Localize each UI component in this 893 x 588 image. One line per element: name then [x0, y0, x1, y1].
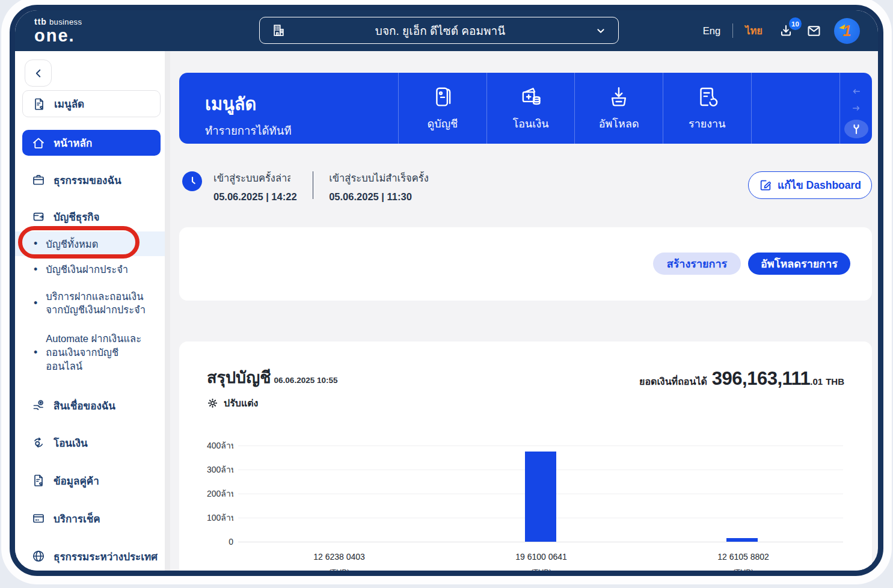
x-axis-category: 12 6105 8802(THB): [642, 552, 844, 571]
y-axis-tick: 0: [207, 537, 233, 547]
summary-timestamp: 06.06.2025 10:55: [274, 376, 338, 385]
wallet-icon: [31, 209, 46, 224]
login-info-divider: [313, 171, 314, 199]
banner-next-icon[interactable]: [851, 103, 862, 114]
edit-dashboard-button[interactable]: แก้ไข Dashboard: [748, 171, 872, 199]
sidebar-item-deposit-withdraw-service[interactable]: บริการฝากและถอนเงินจากบัญชีเงินฝากประจำ: [21, 290, 161, 316]
topbar: ttb business one. บจก. ยูเอ็ก ดีไซต์ คอม…: [15, 10, 878, 51]
gridline-zero: [238, 542, 843, 542]
x-axis-category: 12 6238 0403(THB): [238, 552, 440, 571]
avatar[interactable]: 1: [834, 18, 860, 44]
sidebar-item-home[interactable]: หน้าหลัก: [22, 130, 161, 156]
withdrawable-label: ยอดเงินที่ถอนได้: [639, 374, 707, 389]
brand-logo: ttb business one.: [34, 17, 82, 44]
transaction-actions-card: สร้างรายการ อัพโหลดรายการ: [179, 227, 872, 301]
last-login-label: เข้าสู่ระบบครั้งล่าสุดเมื่อ:: [213, 171, 290, 186]
brand-suffix: business: [49, 17, 82, 26]
sidebar-item-my-transactions[interactable]: ธุรกรรมของฉัน: [21, 171, 161, 189]
home-icon: [31, 136, 46, 150]
gear-icon: [207, 397, 218, 409]
upload-basket-icon: [606, 84, 631, 109]
last-failed-login-info: เข้าสู่ระบบไม่สำเร็จครั้งล่าสุดเมื่อ: 05…: [329, 171, 429, 204]
sidebar-item-label: หน้าหลัก: [54, 135, 92, 151]
banner-action-reports[interactable]: รายงาน: [663, 73, 751, 144]
summary-title-block: สรุปบัญชี 06.06.2025 10:55 ปรับแต่ง: [207, 364, 337, 411]
brand-prefix: ttb: [34, 17, 47, 26]
banner-action-view-accounts[interactable]: ดูบัญชี: [398, 73, 486, 144]
clock-icon: [182, 171, 202, 191]
download-center-icon[interactable]: 10: [778, 23, 794, 38]
login-info-row: เข้าสู่ระบบครั้งล่าสุดเมื่อ: 05.06.2025 …: [179, 171, 872, 204]
edit-dashboard-label: แก้ไข Dashboard: [778, 177, 861, 194]
wrench-icon[interactable]: [844, 120, 868, 138]
sidebar-item-my-loans[interactable]: สินเชื่อของฉัน: [21, 396, 161, 414]
banner-action-upload[interactable]: อัพโหลด: [574, 73, 663, 144]
sidebar-item-label: เมนูลัด: [54, 96, 84, 112]
banner-action-label: ดูบัญชี: [428, 115, 458, 132]
edit-icon: [759, 179, 772, 192]
last-login-info: เข้าสู่ระบบครั้งล่าสุดเมื่อ: 05.06.2025 …: [213, 171, 297, 204]
customize-control[interactable]: ปรับแต่ง: [207, 396, 337, 411]
account-summary-card: สรุปบัญชี 06.06.2025 10:55 ปรับแต่ง ยอดเ…: [179, 341, 872, 571]
customize-label: ปรับแต่ง: [224, 396, 258, 411]
download-badge: 10: [789, 17, 802, 30]
briefcase-icon: [31, 173, 46, 187]
chart-plot-area: 400ล้าน 300ล้าน 200ล้าน 100ล้าน 0: [238, 446, 843, 542]
sidebar-item-label: สินเชื่อของฉัน: [54, 397, 115, 414]
sidebar-item-label: ข้อมูลคู่ค้า: [54, 473, 99, 489]
y-axis-tick: 100ล้าน: [207, 511, 233, 524]
shortcut-menu-icon: [32, 97, 46, 111]
sidebar-item-shortcut-menu[interactable]: เมนูลัด: [22, 90, 161, 117]
summary-header: สรุปบัญชี 06.06.2025 10:55 ปรับแต่ง ยอดเ…: [207, 364, 844, 411]
transfer-icon: [31, 435, 46, 450]
sidebar-item-label: ธุรกรรมของฉัน: [54, 172, 121, 188]
language-divider: [732, 23, 733, 38]
sidebar-item-international[interactable]: ธุรกรรมระหว่างประเทศ: [21, 547, 161, 565]
sidebar-item-partner-info[interactable]: ข้อมูลคู่ค้า: [21, 471, 161, 489]
banner-subtitle: ทำรายการได้ทันที: [205, 122, 299, 139]
sidebar-item-label: บริการเช็ค: [54, 510, 100, 527]
sidebar-item-automate-deposit[interactable]: Automate ฝากเงินและถอนเงินจากบัญชีออนไลน…: [21, 332, 161, 373]
shortcut-menu-banner: เมนูลัด ทำรายการได้ทันที ดูบัญชี โอนเงิน: [179, 73, 872, 144]
chart-bar[interactable]: [525, 452, 556, 542]
sidebar-item-all-accounts[interactable]: บัญชีทั้งหมด: [15, 231, 170, 256]
sidebar-item-cheque-service[interactable]: บริการเช็ค: [21, 509, 161, 527]
upload-transaction-button[interactable]: อัพโหลดรายการ: [748, 253, 850, 275]
mail-icon[interactable]: [806, 23, 822, 39]
chart-bar[interactable]: [726, 538, 758, 542]
sidebar-item-fixed-deposit[interactable]: บัญชีเงินฝากประจำ: [21, 260, 161, 278]
avatar-number: 1: [843, 22, 852, 40]
company-name: บจก. ยูเอ็ก ดีไซต์ คอมพานี: [287, 22, 594, 40]
language-english[interactable]: Eng: [703, 25, 720, 37]
language-thai[interactable]: ไทย: [745, 23, 763, 38]
x-axis-labels: 12 6238 0403(THB) 19 6100 0641(THB) 12 6…: [238, 552, 844, 571]
withdrawable-balance: ยอดเงินที่ถอนได้ 396,163,111 .01 THB: [639, 368, 844, 390]
sidebar-item-business-accounts[interactable]: บัญชีธุรกิจ: [21, 207, 161, 225]
create-transaction-button[interactable]: สร้างรายการ: [653, 253, 741, 275]
account-balance-chart: 400ล้าน 300ล้าน 200ล้าน 100ล้าน 0 12 623…: [238, 446, 844, 571]
passbook-icon: [430, 84, 455, 109]
banner-heading: เมนูลัด ทำรายการได้ทันที: [179, 73, 398, 144]
summary-title: สรุปบัญชี: [207, 364, 271, 390]
withdrawable-fraction: .01: [810, 376, 823, 387]
company-selector[interactable]: บจก. ยูเอ็ก ดีไซต์ คอมพานี: [259, 17, 619, 44]
sidebar-collapse-button[interactable]: [25, 60, 52, 87]
banner-action-transfer[interactable]: โอนเงิน: [486, 73, 575, 144]
last-login-value: 05.06.2025 | 14:22: [213, 190, 297, 204]
sidebar-item-label: บัญชีธุรกิจ: [54, 209, 100, 225]
banner-action-label: รายงาน: [689, 115, 726, 132]
y-axis-tick: 200ล้าน: [207, 487, 233, 500]
x-axis-category: 19 6100 0641(THB): [440, 552, 642, 571]
sidebar-item-label: บัญชีเงินฝากประจำ: [46, 262, 128, 277]
sidebar-item-label: โอนเงิน: [54, 435, 88, 451]
globe-icon: [31, 549, 46, 563]
banner-prev-icon[interactable]: [851, 86, 862, 97]
y-axis-tick: 300ล้าน: [207, 463, 233, 476]
document-heart-icon: [31, 473, 46, 488]
app-window: ttb business one. บจก. ยูเอ็ก ดีไซต์ คอม…: [10, 5, 883, 576]
last-failed-login-label: เข้าสู่ระบบไม่สำเร็จครั้งล่าสุดเมื่อ:: [329, 171, 429, 186]
building-icon: [271, 22, 287, 38]
banner-action-label: อัพโหลด: [599, 115, 639, 132]
sidebar-item-transfer[interactable]: โอนเงิน: [21, 433, 161, 452]
y-axis-tick: 400ล้าน: [207, 439, 233, 452]
